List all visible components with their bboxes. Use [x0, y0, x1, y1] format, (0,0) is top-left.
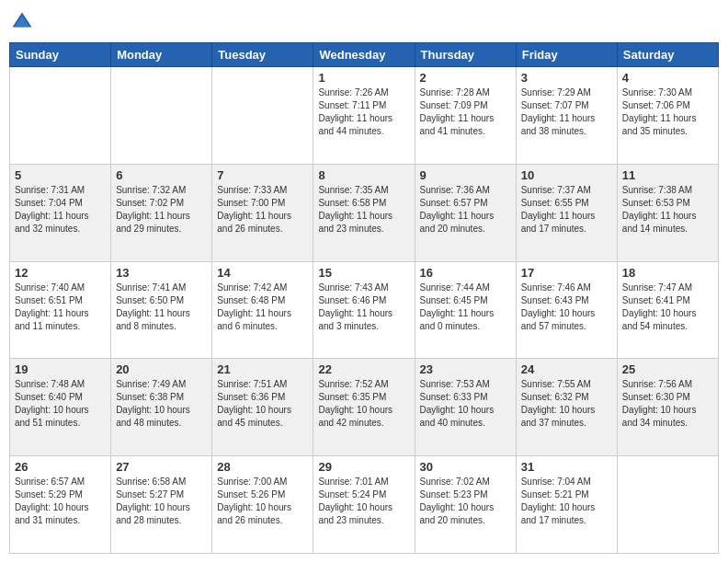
day-number: 29	[318, 460, 409, 474]
logo-icon	[9, 9, 35, 35]
calendar-cell: 23Sunrise: 7:53 AMSunset: 6:33 PMDayligh…	[415, 359, 516, 456]
day-number: 19	[15, 362, 106, 376]
day-number: 22	[318, 362, 409, 376]
day-number: 12	[15, 266, 106, 280]
cell-info: Sunrise: 7:01 AMSunset: 5:24 PMDaylight:…	[318, 476, 409, 527]
calendar-cell: 29Sunrise: 7:01 AMSunset: 5:24 PMDayligh…	[313, 456, 415, 554]
calendar-cell: 7Sunrise: 7:33 AMSunset: 7:00 PMDaylight…	[212, 164, 313, 261]
day-number: 16	[420, 266, 511, 280]
calendar-cell: 25Sunrise: 7:56 AMSunset: 6:30 PMDayligh…	[617, 359, 718, 456]
calendar-cell: 11Sunrise: 7:38 AMSunset: 6:53 PMDayligh…	[617, 164, 718, 261]
cell-info: Sunrise: 7:55 AMSunset: 6:32 PMDaylight:…	[521, 378, 612, 430]
day-number: 31	[521, 460, 612, 474]
calendar-cell: 9Sunrise: 7:36 AMSunset: 6:57 PMDaylight…	[415, 164, 516, 261]
calendar-cell: 18Sunrise: 7:47 AMSunset: 6:41 PMDayligh…	[617, 261, 718, 359]
day-number: 17	[521, 266, 612, 280]
cell-info: Sunrise: 7:46 AMSunset: 6:43 PMDaylight:…	[521, 282, 612, 333]
calendar-header-row: SundayMondayTuesdayWednesdayThursdayFrid…	[10, 43, 719, 67]
cell-info: Sunrise: 7:33 AMSunset: 7:00 PMDaylight:…	[217, 184, 308, 236]
day-number: 26	[15, 460, 106, 474]
day-number: 9	[420, 168, 511, 182]
day-header-tuesday: Tuesday	[212, 43, 313, 67]
day-number: 28	[217, 460, 308, 474]
calendar-cell: 24Sunrise: 7:55 AMSunset: 6:32 PMDayligh…	[516, 359, 617, 456]
day-number: 30	[420, 460, 511, 474]
cell-info: Sunrise: 7:04 AMSunset: 5:21 PMDaylight:…	[521, 476, 612, 527]
day-header-wednesday: Wednesday	[313, 43, 415, 67]
calendar-page: SundayMondayTuesdayWednesdayThursdayFrid…	[0, 0, 728, 563]
day-header-sunday: Sunday	[10, 43, 111, 67]
calendar-week-row: 1Sunrise: 7:26 AMSunset: 7:11 PMDaylight…	[10, 67, 719, 165]
cell-info: Sunrise: 7:02 AMSunset: 5:23 PMDaylight:…	[420, 476, 511, 527]
calendar-cell: 30Sunrise: 7:02 AMSunset: 5:23 PMDayligh…	[415, 456, 516, 554]
cell-info: Sunrise: 7:43 AMSunset: 6:46 PMDaylight:…	[318, 282, 409, 333]
calendar-cell: 19Sunrise: 7:48 AMSunset: 6:40 PMDayligh…	[10, 359, 111, 456]
calendar-cell: 10Sunrise: 7:37 AMSunset: 6:55 PMDayligh…	[516, 164, 617, 261]
day-number: 18	[622, 266, 713, 280]
day-number: 3	[521, 71, 612, 85]
calendar-table: SundayMondayTuesdayWednesdayThursdayFrid…	[9, 42, 719, 554]
cell-info: Sunrise: 7:29 AMSunset: 7:07 PMDaylight:…	[521, 86, 612, 138]
cell-info: Sunrise: 7:56 AMSunset: 6:30 PMDaylight:…	[622, 378, 713, 430]
cell-info: Sunrise: 7:30 AMSunset: 7:06 PMDaylight:…	[622, 86, 713, 138]
day-number: 2	[420, 71, 511, 85]
day-number: 20	[116, 362, 207, 376]
cell-info: Sunrise: 7:47 AMSunset: 6:41 PMDaylight:…	[622, 282, 713, 333]
day-number: 11	[622, 168, 713, 182]
day-header-friday: Friday	[516, 43, 617, 67]
cell-info: Sunrise: 7:51 AMSunset: 6:36 PMDaylight:…	[217, 378, 308, 430]
day-header-saturday: Saturday	[617, 43, 718, 67]
cell-info: Sunrise: 7:31 AMSunset: 7:04 PMDaylight:…	[15, 184, 106, 236]
calendar-cell: 22Sunrise: 7:52 AMSunset: 6:35 PMDayligh…	[313, 359, 415, 456]
calendar-cell: 21Sunrise: 7:51 AMSunset: 6:36 PMDayligh…	[212, 359, 313, 456]
cell-info: Sunrise: 7:32 AMSunset: 7:02 PMDaylight:…	[116, 184, 207, 236]
day-header-monday: Monday	[111, 43, 212, 67]
day-number: 27	[116, 460, 207, 474]
page-header	[9, 9, 719, 35]
calendar-cell: 4Sunrise: 7:30 AMSunset: 7:06 PMDaylight…	[617, 67, 718, 165]
day-number: 21	[217, 362, 308, 376]
cell-info: Sunrise: 7:40 AMSunset: 6:51 PMDaylight:…	[15, 282, 106, 333]
calendar-week-row: 12Sunrise: 7:40 AMSunset: 6:51 PMDayligh…	[10, 261, 719, 359]
calendar-cell: 27Sunrise: 6:58 AMSunset: 5:27 PMDayligh…	[111, 456, 212, 554]
calendar-cell	[212, 67, 313, 165]
calendar-cell: 5Sunrise: 7:31 AMSunset: 7:04 PMDaylight…	[10, 164, 111, 261]
cell-info: Sunrise: 7:35 AMSunset: 6:58 PMDaylight:…	[318, 184, 409, 236]
cell-info: Sunrise: 7:44 AMSunset: 6:45 PMDaylight:…	[420, 282, 511, 333]
day-number: 13	[116, 266, 207, 280]
cell-info: Sunrise: 7:00 AMSunset: 5:26 PMDaylight:…	[217, 476, 308, 527]
cell-info: Sunrise: 7:28 AMSunset: 7:09 PMDaylight:…	[420, 86, 511, 138]
day-number: 1	[318, 71, 409, 85]
calendar-week-row: 5Sunrise: 7:31 AMSunset: 7:04 PMDaylight…	[10, 164, 719, 261]
cell-info: Sunrise: 7:53 AMSunset: 6:33 PMDaylight:…	[420, 378, 511, 430]
calendar-cell: 1Sunrise: 7:26 AMSunset: 7:11 PMDaylight…	[313, 67, 415, 165]
cell-info: Sunrise: 7:49 AMSunset: 6:38 PMDaylight:…	[116, 378, 207, 430]
cell-info: Sunrise: 7:26 AMSunset: 7:11 PMDaylight:…	[318, 86, 409, 138]
cell-info: Sunrise: 7:42 AMSunset: 6:48 PMDaylight:…	[217, 282, 308, 333]
calendar-cell: 17Sunrise: 7:46 AMSunset: 6:43 PMDayligh…	[516, 261, 617, 359]
day-number: 23	[420, 362, 511, 376]
day-number: 8	[318, 168, 409, 182]
cell-info: Sunrise: 6:58 AMSunset: 5:27 PMDaylight:…	[116, 476, 207, 527]
day-number: 6	[116, 168, 207, 182]
cell-info: Sunrise: 7:52 AMSunset: 6:35 PMDaylight:…	[318, 378, 409, 430]
day-header-thursday: Thursday	[415, 43, 516, 67]
calendar-cell: 13Sunrise: 7:41 AMSunset: 6:50 PMDayligh…	[111, 261, 212, 359]
calendar-cell: 31Sunrise: 7:04 AMSunset: 5:21 PMDayligh…	[516, 456, 617, 554]
calendar-cell	[617, 456, 718, 554]
cell-info: Sunrise: 7:38 AMSunset: 6:53 PMDaylight:…	[622, 184, 713, 236]
day-number: 10	[521, 168, 612, 182]
calendar-cell: 15Sunrise: 7:43 AMSunset: 6:46 PMDayligh…	[313, 261, 415, 359]
calendar-week-row: 26Sunrise: 6:57 AMSunset: 5:29 PMDayligh…	[10, 456, 719, 554]
day-number: 7	[217, 168, 308, 182]
cell-info: Sunrise: 7:48 AMSunset: 6:40 PMDaylight:…	[15, 378, 106, 430]
day-number: 15	[318, 266, 409, 280]
calendar-cell: 2Sunrise: 7:28 AMSunset: 7:09 PMDaylight…	[415, 67, 516, 165]
cell-info: Sunrise: 7:37 AMSunset: 6:55 PMDaylight:…	[521, 184, 612, 236]
day-number: 24	[521, 362, 612, 376]
day-number: 5	[15, 168, 106, 182]
day-number: 4	[622, 71, 713, 85]
calendar-cell: 8Sunrise: 7:35 AMSunset: 6:58 PMDaylight…	[313, 164, 415, 261]
calendar-cell: 16Sunrise: 7:44 AMSunset: 6:45 PMDayligh…	[415, 261, 516, 359]
calendar-week-row: 19Sunrise: 7:48 AMSunset: 6:40 PMDayligh…	[10, 359, 719, 456]
